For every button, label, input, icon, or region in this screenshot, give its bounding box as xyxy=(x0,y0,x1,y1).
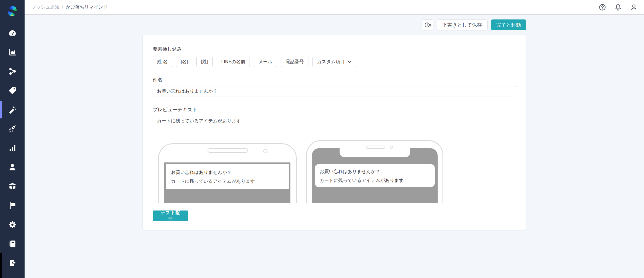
help-icon[interactable] xyxy=(599,3,606,11)
sidebar-item-automation[interactable] xyxy=(0,100,25,119)
sidebar-item-analytics[interactable] xyxy=(0,43,25,62)
action-bar: 下書きとして保存 完了と起動 xyxy=(142,19,526,30)
box-open-icon xyxy=(8,182,17,191)
main-content: 下書きとして保存 完了と起動 要素挿し込み 姓 名 [名] [姓] LINEの名… xyxy=(25,15,644,278)
gear-icon xyxy=(8,220,17,229)
message-editor-card: 要素挿し込み 姓 名 [名] [姓] LINEの名前 メール 電話番号 カスタム… xyxy=(142,35,526,230)
rocket-icon xyxy=(8,124,17,133)
sidebar-item-reports[interactable] xyxy=(0,138,25,158)
top-header: プッシュ通知 / かご落ちリマインド xyxy=(25,0,644,15)
header-icons xyxy=(599,3,638,11)
user-profile-icon[interactable] xyxy=(630,3,638,11)
save-draft-button[interactable]: 下書きとして保存 xyxy=(437,19,488,30)
insert-section-label: 要素挿し込み xyxy=(153,35,516,53)
bar-chart-icon xyxy=(8,144,17,152)
android-notification-card: お買い忘れはありませんか？ カートに残っているアイテムがあります xyxy=(166,164,289,189)
breadcrumb-current: かご落ちリマインド xyxy=(66,4,108,10)
preview-text-label: プレビューテキスト xyxy=(153,106,516,113)
sidebar-item-settings[interactable] xyxy=(0,215,25,234)
sidebar-item-logout[interactable] xyxy=(0,253,25,273)
screen-edge-artifact xyxy=(0,253,2,278)
schedule-button[interactable] xyxy=(422,19,433,30)
sidebar-item-products[interactable] xyxy=(0,177,25,196)
iphone-notification-card: お買い忘れはありませんか？ カートに残っているアイテムがあります xyxy=(315,164,435,187)
magic-wand-icon xyxy=(8,105,17,114)
logout-icon xyxy=(8,259,17,267)
bell-icon[interactable] xyxy=(614,3,622,11)
sidebar-item-docs[interactable] xyxy=(0,234,25,253)
launch-button[interactable]: 完了と起動 xyxy=(491,19,526,30)
gauge-icon xyxy=(8,29,17,37)
insert-chip-row: 姓 名 [名] [姓] LINEの名前 メール 電話番号 カスタム項目 xyxy=(153,57,516,67)
user-icon xyxy=(8,163,17,172)
area-chart-icon xyxy=(8,48,17,57)
sidebar-nav xyxy=(0,23,25,273)
s-pie-logo-icon xyxy=(5,4,19,18)
insert-chip-full-name[interactable]: 姓 名 xyxy=(153,57,172,67)
sidebar xyxy=(0,0,25,278)
sidebar-item-tags[interactable] xyxy=(0,81,25,100)
phone-speaker-icon xyxy=(208,148,248,153)
notification-title: お買い忘れはありませんか？ xyxy=(320,167,430,176)
sidebar-item-connections[interactable] xyxy=(0,62,25,81)
custom-field-dropdown[interactable]: カスタム項目 xyxy=(312,57,356,67)
tag-icon xyxy=(8,86,17,95)
test-send-button[interactable]: テスト配信 xyxy=(153,211,188,221)
clock-schedule-icon xyxy=(424,21,431,29)
breadcrumb: プッシュ通知 / かご落ちリマインド xyxy=(31,4,108,10)
notification-body: カートに残っているアイテムがあります xyxy=(320,176,430,185)
insert-chip-last-name[interactable]: [姓] xyxy=(196,57,213,67)
insert-chip-phone[interactable]: 電話番号 xyxy=(281,57,308,67)
preview-text-input[interactable] xyxy=(153,116,516,126)
chevron-down-icon xyxy=(347,60,352,63)
phone-speaker-icon xyxy=(366,146,385,149)
breadcrumb-separator: / xyxy=(62,5,63,10)
phone-camera-icon xyxy=(390,146,393,149)
iphone-notch xyxy=(340,148,410,157)
sidebar-item-dashboard[interactable] xyxy=(0,23,25,43)
notification-body: カートに残っているアイテムがあります xyxy=(171,177,284,186)
sidebar-item-goals[interactable] xyxy=(0,196,25,215)
share-nodes-icon xyxy=(8,67,17,76)
iphone-phone-preview: お買い忘れはありませんか？ カートに残っているアイテムがあります xyxy=(306,140,443,203)
phone-camera-icon xyxy=(263,149,268,153)
android-phone-preview: お買い忘れはありませんか？ カートに残っているアイテムがあります xyxy=(158,143,297,203)
custom-field-label: カスタム項目 xyxy=(317,59,345,65)
subject-input[interactable] xyxy=(153,86,516,96)
subject-label: 件名 xyxy=(153,77,516,84)
insert-chip-first-name[interactable]: [名] xyxy=(176,57,192,67)
sidebar-item-campaigns[interactable] xyxy=(0,119,25,138)
android-notification-area: お買い忘れはありませんか？ カートに残っているアイテムがあります xyxy=(164,162,290,203)
sidebar-item-customers[interactable] xyxy=(0,158,25,177)
app-logo[interactable] xyxy=(5,0,19,20)
phone-preview-row: お買い忘れはありませんか？ カートに残っているアイテムがあります お買い忘れはあ… xyxy=(158,140,516,203)
breadcrumb-parent[interactable]: プッシュ通知 xyxy=(31,4,59,10)
flag-icon xyxy=(8,201,17,210)
notification-title: お買い忘れはありませんか？ xyxy=(171,168,284,177)
notebook-icon xyxy=(8,239,17,248)
insert-chip-line-name[interactable]: LINEの名前 xyxy=(217,57,250,67)
insert-chip-email[interactable]: メール xyxy=(254,57,277,67)
